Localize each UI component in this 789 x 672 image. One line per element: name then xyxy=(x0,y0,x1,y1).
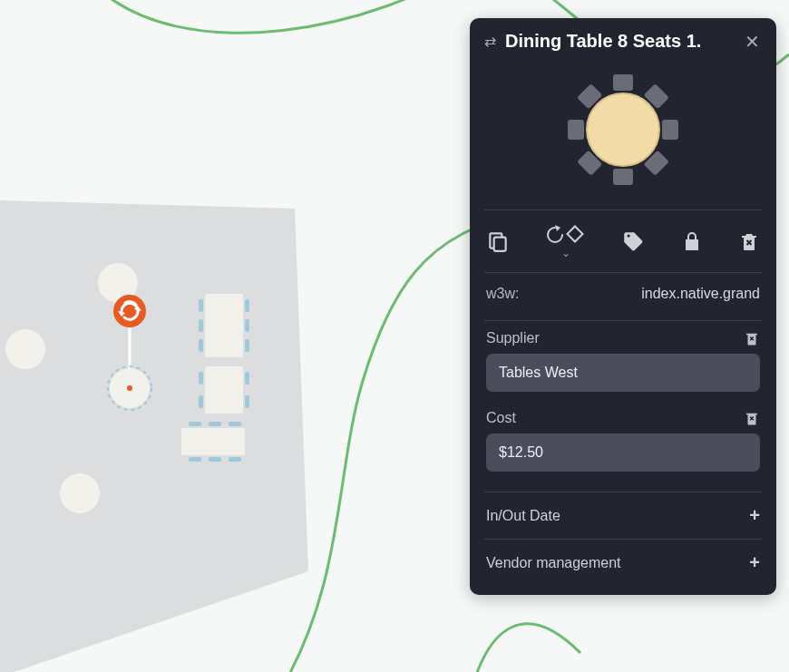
copy-icon[interactable] xyxy=(486,229,510,253)
svg-rect-38 xyxy=(494,238,506,251)
svg-point-21 xyxy=(60,473,100,513)
svg-rect-1 xyxy=(199,299,203,312)
svg-rect-0 xyxy=(205,294,243,357)
svg-rect-10 xyxy=(245,372,249,385)
plus-icon: + xyxy=(749,505,760,526)
table-preview-icon xyxy=(560,66,687,193)
svg-point-37 xyxy=(587,93,659,166)
properties-panel: ⇄ Dining Table 8 Seats 1. ✕ xyxy=(470,18,776,595)
svg-rect-31 xyxy=(662,120,678,140)
svg-rect-3 xyxy=(199,339,203,352)
chevron-down-icon[interactable]: ⌄ xyxy=(561,247,570,259)
clear-supplier-icon[interactable] xyxy=(744,330,760,346)
svg-rect-29 xyxy=(613,74,633,91)
supplier-label: Supplier xyxy=(486,330,540,346)
svg-rect-4 xyxy=(245,299,249,312)
svg-point-26 xyxy=(113,295,146,327)
svg-rect-35 xyxy=(568,120,584,140)
app-canvas: ⇄ Dining Table 8 Seats 1. ✕ xyxy=(0,0,789,672)
plus-icon: + xyxy=(749,552,760,573)
svg-rect-13 xyxy=(189,422,201,426)
cost-section: Cost xyxy=(470,395,776,475)
lock-icon[interactable] xyxy=(681,229,703,253)
floor-polygon xyxy=(0,200,308,672)
svg-rect-18 xyxy=(229,457,241,462)
rotate-icon[interactable]: ⌄ xyxy=(546,223,586,259)
w3w-label: w3w: xyxy=(486,286,519,302)
panel-header: ⇄ Dining Table 8 Seats 1. ✕ xyxy=(470,18,776,61)
svg-rect-11 xyxy=(245,395,249,408)
svg-rect-14 xyxy=(209,422,221,426)
svg-rect-16 xyxy=(189,457,201,462)
svg-rect-9 xyxy=(199,395,203,408)
vendor-management-label: Vendor management xyxy=(486,555,621,571)
svg-rect-6 xyxy=(245,339,249,352)
vendor-management-row[interactable]: Vendor management + xyxy=(470,540,776,586)
object-preview xyxy=(470,61,776,209)
in-out-date-row[interactable]: In/Out Date + xyxy=(470,492,776,539)
svg-rect-12 xyxy=(181,428,245,455)
tag-icon[interactable] xyxy=(621,229,645,253)
svg-marker-39 xyxy=(555,225,560,231)
clear-cost-icon[interactable] xyxy=(744,410,760,426)
rotate-handle-icon[interactable] xyxy=(113,295,146,327)
cost-label: Cost xyxy=(486,410,516,426)
w3w-row: w3w: index.native.grand xyxy=(470,273,776,307)
svg-point-20 xyxy=(5,329,45,369)
panel-toolbar: ⌄ xyxy=(470,210,776,263)
svg-rect-7 xyxy=(205,366,243,414)
supplier-input[interactable] xyxy=(486,354,760,392)
close-icon[interactable]: ✕ xyxy=(742,32,762,52)
cost-input[interactable] xyxy=(486,433,760,472)
panel-title: Dining Table 8 Seats 1. xyxy=(505,31,733,52)
delete-icon[interactable] xyxy=(738,229,760,253)
supplier-section: Supplier xyxy=(470,321,776,395)
w3w-value[interactable]: index.native.grand xyxy=(641,286,760,302)
svg-rect-15 xyxy=(229,422,241,426)
svg-rect-40 xyxy=(567,227,582,242)
svg-rect-8 xyxy=(199,372,203,385)
svg-point-25 xyxy=(127,385,132,391)
svg-rect-2 xyxy=(199,319,203,332)
svg-rect-33 xyxy=(613,169,633,185)
in-out-date-label: In/Out Date xyxy=(486,508,560,524)
svg-rect-17 xyxy=(209,457,221,462)
svg-rect-5 xyxy=(245,319,249,332)
swap-icon[interactable]: ⇄ xyxy=(484,33,496,50)
